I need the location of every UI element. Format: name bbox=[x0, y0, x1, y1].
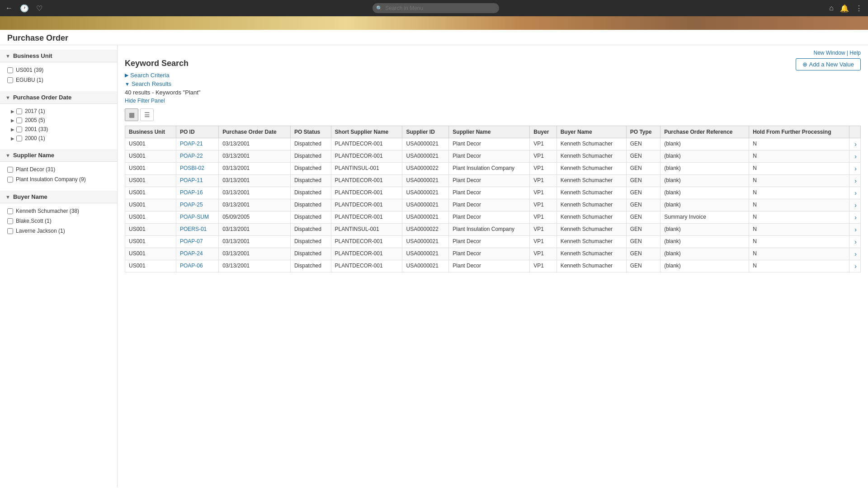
history-icon[interactable]: 🕐 bbox=[20, 4, 29, 13]
po-id-link[interactable]: POAP-21 bbox=[180, 141, 203, 147]
cell-short-supplier: PLANTDECOR-001 bbox=[331, 211, 402, 224]
expand-2000[interactable]: ▶ bbox=[11, 136, 14, 141]
filter-laverne-checkbox[interactable] bbox=[7, 228, 13, 234]
cell-row-arrow[interactable]: › bbox=[849, 211, 860, 224]
filter-us001[interactable]: US001 (39) bbox=[0, 65, 117, 75]
cell-po-id[interactable]: POAP-07 bbox=[176, 236, 218, 248]
po-id-link[interactable]: POAP-SUM bbox=[180, 214, 209, 220]
cell-row-arrow[interactable]: › bbox=[849, 138, 860, 150]
cell-supplier-id: USA0000021 bbox=[402, 175, 449, 187]
filter-blake-scott[interactable]: Blake,Scott (1) bbox=[0, 216, 117, 226]
filter-2001[interactable]: ▶ 2001 (33) bbox=[0, 125, 117, 134]
keyword-search-section: Keyword Search ⊕ Add a New Value ▶ Searc… bbox=[125, 59, 861, 104]
cell-po-reference: (blank) bbox=[660, 248, 749, 260]
filter-2000-checkbox[interactable] bbox=[16, 136, 22, 141]
filter-2001-checkbox[interactable] bbox=[16, 127, 22, 132]
cell-po-status: Dispatched bbox=[290, 211, 331, 224]
table-row: US001 POAP-11 03/13/2001 Dispatched PLAN… bbox=[125, 175, 861, 187]
grid-view-button[interactable]: ▦ bbox=[125, 108, 138, 121]
po-id-link[interactable]: POERS-01 bbox=[180, 226, 207, 232]
cell-short-supplier: PLANTDECOR-001 bbox=[331, 236, 402, 248]
cell-po-date: 03/13/2001 bbox=[219, 199, 291, 211]
cell-row-arrow[interactable]: › bbox=[849, 163, 860, 175]
more-icon[interactable]: ⋮ bbox=[855, 4, 863, 13]
buyer-name-chevron: ▼ bbox=[5, 194, 10, 200]
po-date-header[interactable]: ▼ Purchase Order Date bbox=[0, 91, 117, 104]
cell-supplier-id: USA0000021 bbox=[402, 260, 449, 272]
cell-row-arrow[interactable]: › bbox=[849, 150, 860, 163]
supplier-name-header[interactable]: ▼ Supplier Name bbox=[0, 149, 117, 162]
cell-po-id[interactable]: POAP-11 bbox=[176, 175, 218, 187]
po-id-link[interactable]: POAP-16 bbox=[180, 189, 203, 196]
search-results-toggle[interactable]: ▼ Search Results bbox=[125, 80, 861, 87]
cell-short-supplier: PLANTDECOR-001 bbox=[331, 260, 402, 272]
filter-plant-decor[interactable]: Plant Decor (31) bbox=[0, 164, 117, 174]
back-icon[interactable]: ← bbox=[5, 4, 13, 12]
cell-po-id[interactable]: POSBI-02 bbox=[176, 163, 218, 175]
po-id-link[interactable]: POAP-07 bbox=[180, 238, 203, 244]
cell-hold-further: N bbox=[749, 211, 849, 224]
filter-laverne[interactable]: Laverne Jackson (1) bbox=[0, 226, 117, 236]
new-window-link[interactable]: New Window bbox=[813, 50, 845, 56]
help-link[interactable]: Help bbox=[849, 50, 861, 56]
home-icon[interactable]: ⌂ bbox=[829, 4, 834, 12]
filter-us001-checkbox[interactable] bbox=[7, 67, 13, 73]
filter-plant-insulation[interactable]: Plant Insulation Company (9) bbox=[0, 174, 117, 184]
filter-2017[interactable]: ▶ 2017 (1) bbox=[0, 107, 117, 116]
cell-po-id[interactable]: POERS-01 bbox=[176, 224, 218, 236]
po-id-link[interactable]: POAP-11 bbox=[180, 177, 203, 183]
expand-2001[interactable]: ▶ bbox=[11, 127, 14, 132]
col-po-status: PO Status bbox=[290, 126, 331, 138]
cell-po-id[interactable]: POAP-22 bbox=[176, 150, 218, 163]
buyer-name-header[interactable]: ▼ Buyer Name bbox=[0, 191, 117, 203]
cell-row-arrow[interactable]: › bbox=[849, 236, 860, 248]
po-id-link[interactable]: POAP-06 bbox=[180, 263, 203, 269]
bell-icon[interactable]: 🔔 bbox=[840, 4, 849, 13]
filter-2017-checkbox[interactable] bbox=[16, 108, 22, 114]
col-po-type: PO Type bbox=[626, 126, 660, 138]
add-new-label: Add a New Value bbox=[809, 61, 854, 68]
search-menu-input[interactable] bbox=[373, 3, 499, 13]
po-id-link[interactable]: POAP-25 bbox=[180, 202, 203, 208]
cell-po-id[interactable]: POAP-24 bbox=[176, 248, 218, 260]
filter-kenneth[interactable]: Kenneth Schumacher (38) bbox=[0, 206, 117, 216]
filter-kenneth-checkbox[interactable] bbox=[7, 208, 13, 214]
results-count: 40 results - Keywords "Plant" bbox=[125, 89, 861, 96]
expand-2017[interactable]: ▶ bbox=[11, 109, 14, 114]
filter-egubu-checkbox[interactable] bbox=[7, 77, 13, 83]
add-new-button[interactable]: ⊕ Add a New Value bbox=[796, 58, 861, 70]
cell-row-arrow[interactable]: › bbox=[849, 260, 860, 272]
cell-hold-further: N bbox=[749, 236, 849, 248]
cell-supplier-name: Plant Decor bbox=[449, 175, 530, 187]
list-view-button[interactable]: ☰ bbox=[140, 108, 154, 121]
cell-row-arrow[interactable]: › bbox=[849, 199, 860, 211]
cell-po-id[interactable]: POAP-25 bbox=[176, 199, 218, 211]
po-id-link[interactable]: POAP-22 bbox=[180, 153, 203, 159]
cell-po-date: 03/13/2001 bbox=[219, 175, 291, 187]
filter-blake-scott-checkbox[interactable] bbox=[7, 218, 13, 224]
expand-2005[interactable]: ▶ bbox=[11, 118, 14, 123]
cell-po-id[interactable]: POAP-SUM bbox=[176, 211, 218, 224]
cell-row-arrow[interactable]: › bbox=[849, 187, 860, 199]
hide-filter-link[interactable]: Hide Filter Panel bbox=[125, 98, 861, 104]
po-id-link[interactable]: POSBI-02 bbox=[180, 165, 204, 171]
cell-row-arrow[interactable]: › bbox=[849, 175, 860, 187]
cell-po-id[interactable]: POAP-21 bbox=[176, 138, 218, 150]
cell-row-arrow[interactable]: › bbox=[849, 248, 860, 260]
cell-business-unit: US001 bbox=[125, 138, 176, 150]
filter-2000[interactable]: ▶ 2000 (1) bbox=[0, 134, 117, 143]
filter-2005[interactable]: ▶ 2005 (5) bbox=[0, 116, 117, 125]
business-unit-chevron: ▼ bbox=[5, 53, 10, 59]
po-id-link[interactable]: POAP-24 bbox=[180, 250, 203, 257]
filter-egubu[interactable]: EGUBU (1) bbox=[0, 75, 117, 85]
cell-po-id[interactable]: POAP-06 bbox=[176, 260, 218, 272]
cell-po-id[interactable]: POAP-16 bbox=[176, 187, 218, 199]
cell-row-arrow[interactable]: › bbox=[849, 224, 860, 236]
business-unit-header[interactable]: ▼ Business Unit bbox=[0, 50, 117, 62]
cell-buyer: VP1 bbox=[530, 236, 557, 248]
search-criteria-toggle[interactable]: ▶ Search Criteria bbox=[125, 72, 861, 79]
filter-2005-checkbox[interactable] bbox=[16, 117, 22, 123]
favorites-icon[interactable]: ♡ bbox=[36, 4, 42, 13]
filter-plant-insulation-checkbox[interactable] bbox=[7, 177, 13, 183]
filter-plant-decor-checkbox[interactable] bbox=[7, 167, 13, 173]
